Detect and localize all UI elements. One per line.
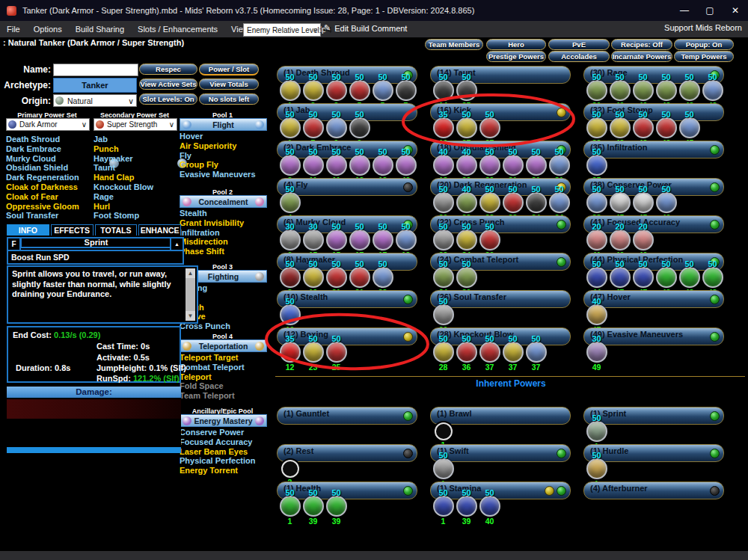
recipes-off-button[interactable]: Recipes: Off bbox=[611, 39, 672, 50]
enhancement-icon[interactable] bbox=[373, 155, 393, 176]
power-list-item-rage[interactable]: Rage bbox=[94, 192, 180, 202]
close-button[interactable]: ✕ bbox=[723, 0, 748, 21]
scroll-up-icon[interactable]: ▲ bbox=[186, 268, 195, 278]
prestige-powers-button[interactable]: Prestige Powers bbox=[486, 51, 546, 62]
power-list-item-taunt[interactable]: Taunt bbox=[94, 163, 180, 173]
enhancement-icon[interactable] bbox=[679, 80, 700, 101]
minimize-button[interactable]: — bbox=[672, 0, 697, 21]
enhancement-icon[interactable] bbox=[479, 342, 500, 363]
enemy-relative-level-select[interactable]: Enemy Relative Level: +4 ∨ bbox=[243, 23, 321, 37]
enhancement-icon[interactable] bbox=[303, 342, 324, 363]
enhancement-icon[interactable] bbox=[349, 117, 370, 138]
power-list-item-team-teleport[interactable]: Team Teleport bbox=[180, 391, 266, 401]
enhancement-icon[interactable] bbox=[433, 267, 454, 288]
enhancement-icon[interactable] bbox=[656, 117, 677, 138]
temp-powers-button[interactable]: Temp Powers bbox=[674, 51, 734, 62]
enhancement-icon[interactable] bbox=[326, 80, 347, 101]
enhancement-icon[interactable] bbox=[303, 155, 324, 176]
power-list-item-stealth[interactable]: Stealth bbox=[180, 209, 266, 218]
enhancement-icon[interactable] bbox=[633, 267, 654, 288]
power-list-item-infiltration[interactable]: Infiltration bbox=[180, 228, 266, 238]
enhancement-icon[interactable] bbox=[280, 192, 301, 213]
enhancement-slot[interactable]: 5039 bbox=[325, 489, 348, 526]
power-list-item-hand-clap[interactable]: Hand Clap bbox=[94, 173, 180, 182]
name-input[interactable] bbox=[53, 64, 138, 76]
enhancement-icon[interactable] bbox=[326, 267, 347, 288]
power-list-item-obsidian-shield[interactable]: Obsidian Shield bbox=[6, 163, 92, 173]
description-scrollbar[interactable]: ▲ ▼ bbox=[186, 268, 195, 321]
enhancement-icon[interactable] bbox=[679, 117, 700, 138]
enhancement-icon[interactable] bbox=[456, 230, 477, 250]
pool-select-energy-mastery[interactable]: Energy Mastery bbox=[180, 414, 267, 427]
enhancement-icon[interactable] bbox=[433, 304, 454, 325]
tab-totals[interactable]: TOTALS bbox=[95, 224, 138, 236]
power-slot-button[interactable]: Power / Slot bbox=[199, 64, 259, 76]
support-mids-reborn-link[interactable]: Support Mids Reborn bbox=[664, 23, 742, 32]
enhancement-slot[interactable]: 5037 bbox=[524, 335, 548, 372]
enhancement-icon[interactable] bbox=[280, 80, 301, 101]
power-list-item-focused-accuracy[interactable]: Focused Accuracy bbox=[180, 437, 266, 447]
power-list-item-cloak-of-darkness[interactable]: Cloak of Darkness bbox=[6, 182, 92, 192]
primary-set-select[interactable]: Dark Armor ∨ bbox=[6, 118, 90, 131]
enhancement-slot[interactable]: 5039 bbox=[455, 489, 478, 526]
enhancement-icon[interactable] bbox=[349, 267, 370, 288]
view-active-sets-button[interactable]: View Active Sets bbox=[139, 79, 197, 90]
tab-info[interactable]: INFO bbox=[7, 224, 49, 236]
enhancement-icon[interactable] bbox=[433, 117, 454, 138]
enhancement-icon[interactable] bbox=[610, 192, 631, 213]
enhancement-icon[interactable] bbox=[326, 155, 347, 176]
popup-on-button[interactable]: Popup: On bbox=[674, 39, 734, 50]
enhancement-icon[interactable] bbox=[526, 192, 547, 213]
pool-select-flight[interactable]: Flight bbox=[180, 118, 267, 131]
enhancement-icon[interactable] bbox=[280, 342, 301, 363]
enhancement-slot[interactable]: 5039 bbox=[301, 489, 325, 526]
power-list-item-teleport-target[interactable]: Teleport Target bbox=[180, 353, 266, 363]
power-list-item-phase-shift[interactable]: Phase Shift bbox=[180, 247, 266, 256]
enhancement-icon[interactable] bbox=[633, 192, 654, 213]
team-members-button[interactable]: Team Members bbox=[425, 39, 483, 50]
enhancement-icon[interactable] bbox=[656, 80, 677, 101]
enhancement-icon[interactable] bbox=[373, 80, 393, 101]
enhancement-icon[interactable] bbox=[433, 230, 454, 250]
enhancement-icon[interactable] bbox=[586, 80, 607, 101]
enhancement-icon[interactable] bbox=[633, 80, 654, 101]
enhancement-icon[interactable] bbox=[433, 80, 454, 101]
enhancement-icon[interactable] bbox=[456, 117, 477, 138]
enhancement-slot[interactable]: 5037 bbox=[478, 335, 501, 372]
power-list-item-haymaker[interactable]: Haymaker bbox=[94, 154, 180, 164]
power-list-item-misdirection[interactable]: Misdirection bbox=[180, 237, 266, 247]
edit-build-comment-button[interactable]: ✎ Edit Build Comment bbox=[324, 23, 407, 33]
enhancement-slot[interactable]: 5036 bbox=[455, 335, 478, 372]
enhancement-icon[interactable] bbox=[280, 117, 301, 138]
enhancement-icon[interactable] bbox=[280, 230, 301, 250]
power-list-item-energy-torrent[interactable]: Energy Torrent bbox=[180, 466, 266, 476]
enhancement-icon[interactable] bbox=[456, 80, 477, 101]
enhancement-slot[interactable]: 3512 bbox=[278, 335, 301, 372]
enhancement-icon[interactable] bbox=[326, 496, 347, 517]
enhancement-icon[interactable] bbox=[326, 342, 347, 363]
power-list-item-hurl[interactable]: Hurl bbox=[94, 202, 180, 212]
power-list-item-physical-perfection[interactable]: Physical Perfection bbox=[180, 456, 266, 466]
enhancement-slot[interactable]: 5025 bbox=[325, 335, 348, 372]
enhancement-icon[interactable] bbox=[303, 267, 324, 288]
enhancement-icon[interactable] bbox=[633, 230, 654, 250]
secondary-set-select[interactable]: Super Strength ∨ bbox=[94, 118, 177, 131]
enhancement-icon[interactable] bbox=[396, 155, 417, 176]
enhancement-icon[interactable] bbox=[702, 267, 723, 288]
enhancement-icon[interactable] bbox=[433, 496, 454, 517]
power-list-item-foot-stomp[interactable]: Foot Stomp bbox=[94, 211, 180, 221]
enhancement-slot[interactable]: 5028 bbox=[432, 335, 455, 372]
enhancement-icon[interactable] bbox=[326, 230, 347, 250]
enhancement-icon[interactable] bbox=[526, 342, 547, 363]
enhancement-icon[interactable] bbox=[479, 230, 500, 250]
enhancement-icon[interactable] bbox=[456, 267, 477, 288]
enhancement-icon[interactable] bbox=[503, 192, 524, 213]
enhancement-slot[interactable]: 5037 bbox=[501, 335, 524, 372]
enhancement-icon[interactable] bbox=[280, 496, 301, 517]
enhancement-icon[interactable] bbox=[610, 80, 631, 101]
enhancement-icon[interactable] bbox=[656, 192, 677, 213]
enhancement-slot[interactable]: 5040 bbox=[478, 489, 501, 526]
power-list-item-fly[interactable]: Fly bbox=[180, 151, 266, 161]
enhancement-icon[interactable] bbox=[656, 267, 677, 288]
enhancement-icon[interactable] bbox=[396, 230, 417, 250]
